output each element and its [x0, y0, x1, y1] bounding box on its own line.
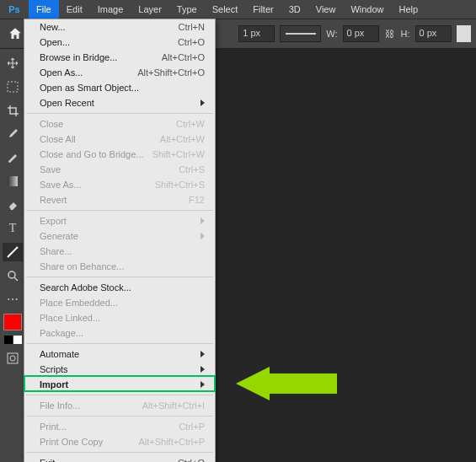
link-dimensions-icon[interactable]: ⛓ — [384, 29, 396, 39]
brush-tool[interactable] — [3, 148, 23, 167]
menu-item-label: Open As... — [40, 67, 83, 78]
menu-item-label: File Info... — [40, 400, 80, 411]
width-field[interactable]: 0 px — [343, 25, 379, 42]
menu-item-export: Export — [24, 213, 215, 228]
submenu-caret-icon — [201, 366, 205, 373]
stroke-width-field[interactable]: 1 px — [238, 25, 275, 42]
menu-item-label: Exit — [40, 458, 55, 462]
submenu-caret-icon — [201, 218, 205, 224]
menu-item-place-embedded: Place Embedded... — [24, 295, 215, 310]
menu-file[interactable]: File — [29, 0, 59, 19]
menu-layer[interactable]: Layer — [131, 0, 169, 19]
menu-item-shortcut: Ctrl+S — [179, 164, 205, 175]
menu-type[interactable]: Type — [169, 0, 205, 19]
quick-mask-toggle[interactable] — [3, 349, 23, 368]
menu-window[interactable]: Window — [343, 0, 391, 19]
menu-item-exit[interactable]: ExitCtrl+Q — [24, 455, 215, 462]
menu-item-label: Share on Behance... — [40, 261, 124, 271]
svg-point-5 — [10, 356, 15, 361]
menu-item-shortcut: Alt+Ctrl+O — [162, 52, 205, 62]
svg-line-2 — [8, 247, 18, 257]
menu-item-shortcut: Alt+Ctrl+W — [160, 134, 205, 144]
menu-item-file-info: File Info...Alt+Shift+Ctrl+I — [24, 398, 215, 413]
menu-image[interactable]: Image — [90, 0, 131, 19]
menu-item-label: New... — [40, 22, 66, 32]
submenu-caret-icon — [201, 99, 205, 106]
menu-item-shortcut: Ctrl+W — [176, 119, 205, 129]
default-colors[interactable] — [4, 336, 22, 344]
menu-item-scripts[interactable]: Scripts — [24, 362, 215, 377]
file-menu-dropdown: New...Ctrl+NOpen...Ctrl+OBrowse in Bridg… — [24, 19, 216, 462]
crop-tool[interactable] — [3, 101, 23, 120]
svg-point-3 — [8, 271, 15, 278]
menu-item-open-as-smart-object[interactable]: Open as Smart Object... — [24, 80, 215, 95]
foreground-color[interactable] — [3, 314, 22, 330]
menu-item-shortcut: Ctrl+Q — [178, 458, 205, 462]
menu-item-new[interactable]: New...Ctrl+N — [24, 19, 215, 35]
menu-item-automate[interactable]: Automate — [24, 346, 215, 362]
menubar: Ps FileEditImageLayerTypeSelectFilter3DV… — [0, 0, 476, 19]
menu-item-print-one-copy: Print One CopyAlt+Shift+Ctrl+P — [24, 434, 215, 449]
menu-item-open-as[interactable]: Open As...Alt+Shift+Ctrl+O — [24, 65, 215, 80]
marquee-tool[interactable] — [3, 78, 23, 96]
menu-item-label: Close and Go to Bridge... — [40, 149, 144, 159]
menu-view[interactable]: View — [308, 0, 344, 19]
stroke-style-dropdown[interactable] — [280, 25, 321, 42]
menu-item-shortcut: F12 — [189, 195, 205, 205]
eyedropper-tool[interactable] — [3, 125, 23, 143]
submenu-caret-icon — [201, 381, 205, 388]
svg-rect-4 — [8, 353, 18, 363]
menu-item-open[interactable]: Open...Ctrl+O — [24, 35, 215, 50]
menu-item-revert: RevertF12 — [24, 192, 215, 207]
menu-item-shortcut: Ctrl+N — [179, 22, 205, 32]
menu-item-label: Print... — [40, 422, 67, 432]
menu-item-label: Print One Copy — [40, 437, 103, 447]
menu-item-label: Open... — [40, 37, 70, 47]
menu-item-share-on-behance: Share on Behance... — [24, 259, 215, 274]
menu-item-import[interactable]: Import — [24, 377, 215, 392]
menu-item-label: Save — [40, 164, 61, 175]
menu-item-open-recent[interactable]: Open Recent — [24, 95, 215, 110]
submenu-caret-icon — [201, 351, 205, 357]
eraser-tool[interactable] — [3, 196, 23, 214]
home-button[interactable] — [5, 22, 25, 46]
menu-item-browse-in-bridge[interactable]: Browse in Bridge...Alt+Ctrl+O — [24, 50, 215, 65]
app-logo: Ps — [0, 0, 29, 19]
color-swatch[interactable] — [457, 25, 471, 42]
menu-item-label: Revert — [40, 195, 67, 205]
zoom-tool[interactable] — [3, 266, 23, 285]
menu-item-label: Open Recent — [40, 98, 94, 108]
w-label: W: — [326, 29, 337, 39]
menu-item-label: Open as Smart Object... — [40, 83, 139, 93]
type-tool[interactable]: T — [3, 219, 23, 238]
menu-item-label: Scripts — [40, 364, 68, 374]
height-field[interactable]: 0 px — [415, 25, 452, 42]
menu-item-label: Place Embedded... — [40, 298, 118, 308]
menu-help[interactable]: Help — [392, 0, 426, 19]
menu-item-package: Package... — [24, 325, 215, 341]
menu-3d[interactable]: 3D — [281, 0, 308, 19]
menu-item-search-adobe-stock[interactable]: Search Adobe Stock... — [24, 280, 215, 295]
line-tool[interactable] — [3, 243, 23, 261]
menu-item-label: Package... — [40, 328, 83, 338]
menu-item-label: Close All — [40, 134, 76, 144]
menu-item-label: Place Linked... — [40, 313, 100, 323]
svg-rect-0 — [8, 82, 18, 92]
toolbox: T ⋯ — [0, 49, 25, 462]
gradient-tool[interactable] — [3, 172, 23, 191]
menu-item-share: Share... — [24, 244, 215, 259]
menu-item-place-linked: Place Linked... — [24, 310, 215, 325]
menu-item-shortcut: Shift+Ctrl+S — [155, 180, 205, 190]
menu-item-print: Print...Ctrl+P — [24, 419, 215, 434]
more-tools[interactable]: ⋯ — [3, 290, 23, 309]
menu-item-close-and-go-to-bridge: Close and Go to Bridge...Shift+Ctrl+W — [24, 147, 215, 162]
menu-item-label: Import — [40, 379, 68, 389]
menu-edit[interactable]: Edit — [59, 0, 90, 19]
svg-rect-1 — [8, 176, 18, 186]
move-tool[interactable] — [3, 54, 23, 73]
menu-item-shortcut: Ctrl+P — [179, 422, 205, 432]
menu-select[interactable]: Select — [205, 0, 246, 19]
menu-item-label: Generate — [40, 231, 78, 241]
menu-item-close-all: Close AllAlt+Ctrl+W — [24, 132, 215, 147]
menu-filter[interactable]: Filter — [245, 0, 281, 19]
